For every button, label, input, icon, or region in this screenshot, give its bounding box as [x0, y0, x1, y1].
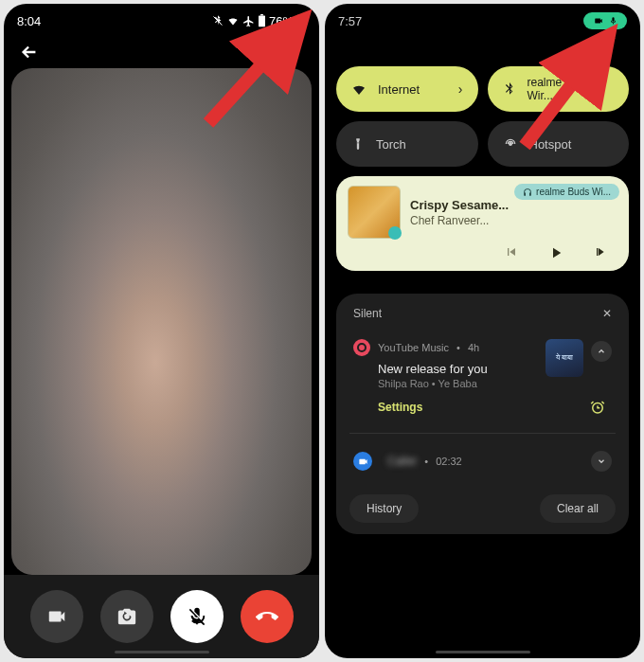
qs-label: Internet	[378, 82, 458, 97]
notif-age: 4h	[468, 342, 479, 353]
notification-youtube-music[interactable]: YouTube Music • 4h ये बाबा New release f…	[349, 331, 616, 423]
duo-icon	[353, 452, 372, 471]
play-button[interactable]	[547, 244, 564, 261]
bluetooth-off-icon	[212, 15, 224, 27]
clock-text: 8:04	[17, 14, 41, 28]
quick-settings-row2: Torch Hotspot	[325, 121, 640, 167]
wifi-icon	[226, 15, 240, 27]
close-icon[interactable]: ✕	[602, 307, 612, 320]
svg-rect-2	[260, 14, 263, 15]
qs-label: Torch	[376, 137, 463, 152]
divider	[349, 433, 616, 434]
hangup-button[interactable]	[241, 590, 294, 643]
collapse-button[interactable]	[591, 341, 612, 362]
clear-all-button[interactable]: Clear all	[540, 494, 616, 523]
notification-panel: Silent ✕ YouTube Music • 4h ये बाबा New …	[336, 294, 629, 534]
bluetooth-icon	[503, 81, 516, 97]
camera-icon	[593, 16, 604, 26]
svg-rect-1	[259, 15, 265, 27]
alarm-icon	[589, 399, 606, 416]
prev-button[interactable]	[504, 244, 519, 261]
media-artist: Chef Ranveer...	[410, 214, 617, 227]
headphones-icon	[523, 188, 532, 197]
call-duration: 02:32	[436, 456, 462, 467]
media-controls	[348, 239, 617, 261]
video-feed[interactable]	[11, 68, 312, 575]
youtube-music-icon	[353, 339, 370, 356]
caller-name: Caller	[387, 455, 417, 468]
battery-text: 76%	[269, 14, 294, 28]
chevron-right-icon: ›	[458, 81, 463, 97]
qs-torch-tile[interactable]: Torch	[336, 121, 478, 167]
expand-button[interactable]	[591, 451, 612, 472]
call-controls	[4, 575, 319, 658]
home-indicator[interactable]	[115, 651, 209, 653]
hotspot-icon	[503, 136, 518, 152]
status-bar: 7:57	[325, 4, 640, 34]
media-output-chip[interactable]: realme Buds Wi...	[514, 184, 619, 200]
chevron-up-icon	[597, 347, 606, 356]
quick-settings-row1: Internet › realme Buds Wir...	[325, 66, 640, 112]
svg-point-3	[509, 143, 511, 146]
notification-duo[interactable]: Caller • 02:32	[349, 443, 616, 479]
torch-icon	[351, 136, 365, 152]
privacy-dot-icon	[298, 17, 306, 25]
qs-internet-tile[interactable]: Internet ›	[336, 66, 478, 112]
back-button[interactable]	[4, 34, 319, 70]
settings-action[interactable]: Settings	[378, 401, 422, 414]
home-indicator[interactable]	[436, 651, 530, 653]
qs-bluetooth-tile[interactable]: realme Buds Wir...	[488, 66, 630, 112]
phone-right-shade: 7:57 Internet › realme Buds Wir... Torch	[325, 4, 640, 658]
history-button[interactable]: History	[349, 494, 419, 523]
wifi-icon	[351, 81, 367, 97]
camera-toggle-button[interactable]	[30, 590, 83, 643]
airplane-icon	[242, 15, 255, 27]
camera-mic-indicator[interactable]	[583, 12, 627, 29]
notif-subtitle: Shilpa Rao • Ye Baba	[378, 378, 612, 389]
qs-label: realme Buds Wir...	[528, 76, 615, 102]
media-player-card[interactable]: realme Buds Wi... Crispy Sesame... Chef …	[336, 176, 629, 271]
mic-icon	[609, 15, 617, 27]
snooze-button[interactable]	[589, 399, 606, 416]
status-icons: 76%	[212, 14, 306, 28]
chevron-down-icon	[597, 456, 606, 466]
output-label: realme Buds Wi...	[536, 187, 611, 197]
clock-text: 7:57	[338, 14, 362, 28]
mute-button[interactable]	[170, 590, 224, 643]
battery-icon	[258, 14, 266, 27]
silent-section-header: Silent ✕	[349, 307, 616, 320]
notif-footer: History Clear all	[349, 494, 616, 523]
switch-camera-button[interactable]	[100, 590, 153, 643]
section-label: Silent	[353, 307, 382, 320]
next-button[interactable]	[593, 244, 608, 261]
phone-left-videocall: 8:04 76%	[4, 4, 319, 658]
qs-label: Hotspot	[529, 137, 615, 152]
media-thumbnail	[348, 186, 401, 239]
app-name: YouTube Music	[378, 342, 449, 353]
qs-hotspot-tile[interactable]: Hotspot	[488, 121, 630, 167]
status-bar: 8:04 76%	[4, 4, 319, 34]
notif-thumbnail: ये बाबा	[546, 339, 583, 377]
